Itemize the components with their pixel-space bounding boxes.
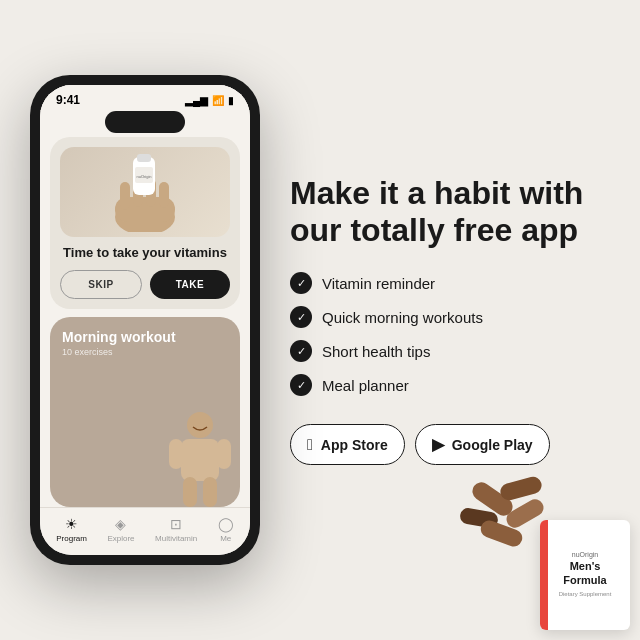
svg-rect-14 <box>183 477 197 507</box>
play-icon: ▶ <box>432 435 444 454</box>
nav-multivitamin[interactable]: ⊡ Multivitamin <box>155 516 197 543</box>
nav-program[interactable]: ☀ Program <box>56 516 87 543</box>
program-icon: ☀ <box>65 516 78 532</box>
main-container: 9:41 ▂▄▆ 📶 ▮ <box>0 0 640 640</box>
status-icons: ▂▄▆ 📶 ▮ <box>185 95 234 106</box>
status-bar: 9:41 ▂▄▆ 📶 ▮ <box>40 85 250 111</box>
workout-subtitle: 10 exercises <box>62 347 228 357</box>
feature-item-3: ✓ Short health tips <box>290 340 610 362</box>
check-icon-1: ✓ <box>290 272 312 294</box>
battery-icon: ▮ <box>228 95 234 106</box>
right-content: Make it a habit with our totally free ap… <box>280 175 610 466</box>
package-title: Men'sFormula <box>563 560 606 586</box>
package-brand: nuOrigin <box>572 551 598 558</box>
vitamin-title: Time to take your vitamins <box>60 245 230 262</box>
google-play-button[interactable]: ▶ Google Play <box>415 424 550 465</box>
svg-rect-7 <box>137 154 151 162</box>
app-store-label: App Store <box>321 437 388 453</box>
dynamic-island <box>105 111 185 133</box>
nav-me[interactable]: ◯ Me <box>218 516 234 543</box>
features-list: ✓ Vitamin reminder ✓ Quick morning worko… <box>290 272 610 396</box>
status-time: 9:41 <box>56 93 80 107</box>
feature-text-2: Quick morning workouts <box>322 309 483 326</box>
bottom-nav: ☀ Program ◈ Explore ⊡ Multivitamin ◯ Me <box>40 507 250 555</box>
check-icon-2: ✓ <box>290 306 312 328</box>
vitamin-illustration: nuOrigin <box>95 152 195 232</box>
headline: Make it a habit with our totally free ap… <box>290 175 610 249</box>
package-stripe <box>540 520 548 630</box>
apple-icon:  <box>307 436 313 454</box>
vitamin-buttons: SKIP TAKE <box>60 270 230 299</box>
nav-program-label: Program <box>56 534 87 543</box>
check-icon-4: ✓ <box>290 374 312 396</box>
google-play-label: Google Play <box>452 437 533 453</box>
feature-text-3: Short health tips <box>322 343 430 360</box>
check-icon-3: ✓ <box>290 340 312 362</box>
vitamin-image: nuOrigin <box>60 147 230 237</box>
app-store-button[interactable]:  App Store <box>290 424 405 465</box>
supplement-decor: nuOrigin Men'sFormula Dietary Supplement <box>450 470 630 630</box>
svg-rect-2 <box>120 182 130 210</box>
explore-icon: ◈ <box>115 516 126 532</box>
feature-item-1: ✓ Vitamin reminder <box>290 272 610 294</box>
feature-text-4: Meal planner <box>322 377 409 394</box>
pills-container: nuOrigin Men'sFormula Dietary Supplement <box>450 470 630 630</box>
nav-explore[interactable]: ◈ Explore <box>107 516 134 543</box>
feature-text-1: Vitamin reminder <box>322 275 435 292</box>
svg-rect-11 <box>181 439 219 481</box>
feature-item-2: ✓ Quick morning workouts <box>290 306 610 328</box>
store-buttons:  App Store ▶ Google Play <box>290 424 610 465</box>
workout-title: Morning workout <box>62 329 228 345</box>
svg-text:nuOrigin: nuOrigin <box>136 174 151 179</box>
phone-screen: 9:41 ▂▄▆ 📶 ▮ <box>40 85 250 555</box>
phone-wrapper: 9:41 ▂▄▆ 📶 ▮ <box>30 75 260 565</box>
svg-rect-13 <box>217 439 231 469</box>
vitamin-card: nuOrigin Time to take your vitamins SKIP… <box>50 137 240 309</box>
svg-point-10 <box>187 412 213 438</box>
package-subtitle: Dietary Supplement <box>559 591 612 599</box>
phone-top: 9:41 ▂▄▆ 📶 ▮ <box>40 85 250 137</box>
nav-explore-label: Explore <box>107 534 134 543</box>
person-svg <box>165 407 235 507</box>
svg-rect-15 <box>203 477 217 507</box>
svg-rect-12 <box>169 439 183 469</box>
nav-me-label: Me <box>220 534 231 543</box>
svg-rect-5 <box>159 182 169 208</box>
package-box: nuOrigin Men'sFormula Dietary Supplement <box>540 520 630 630</box>
wifi-icon: 📶 <box>212 95 224 106</box>
take-button[interactable]: TAKE <box>150 270 230 299</box>
me-icon: ◯ <box>218 516 234 532</box>
workout-card: Morning workout 10 exercises <box>50 317 240 507</box>
feature-item-4: ✓ Meal planner <box>290 374 610 396</box>
skip-button[interactable]: SKIP <box>60 270 142 299</box>
phone-mockup: 9:41 ▂▄▆ 📶 ▮ <box>30 75 260 565</box>
nav-multivitamin-label: Multivitamin <box>155 534 197 543</box>
multivitamin-icon: ⊡ <box>170 516 182 532</box>
person-figure <box>165 407 235 507</box>
signal-icon: ▂▄▆ <box>185 95 208 106</box>
